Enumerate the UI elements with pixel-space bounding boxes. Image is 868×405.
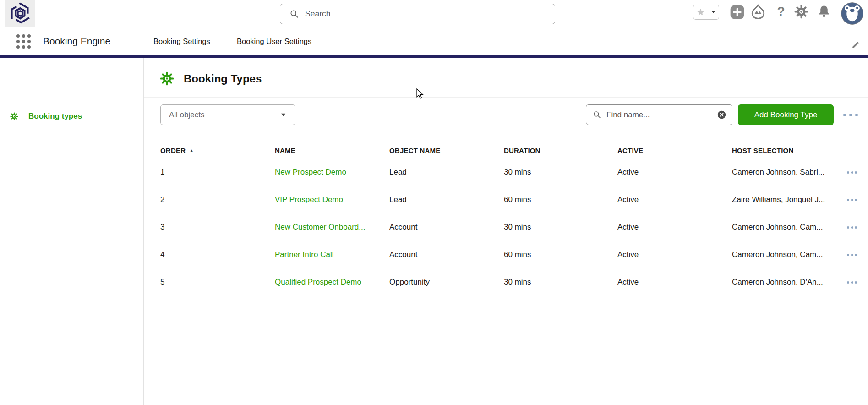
question-mark-icon: ?: [777, 4, 785, 19]
cell-host-selection: Cameron Johnson, Cam...: [732, 250, 838, 259]
booking-type-link[interactable]: New Customer Onboard...: [275, 223, 365, 231]
cell-duration: 30 mins: [504, 223, 617, 232]
find-name-search[interactable]: [586, 104, 732, 125]
dot: [847, 226, 849, 229]
app-navigation-bar: Booking Engine Booking Settings Booking …: [0, 27, 868, 58]
dot: [855, 281, 857, 284]
dot: [855, 114, 858, 116]
table-row: 1 New Prospect Demo Lead 30 mins Active …: [160, 159, 859, 186]
cell-host-selection: Cameron Johnson, Sabri...: [732, 168, 838, 177]
object-filter-value: All objects: [169, 110, 280, 120]
cell-duration: 60 mins: [504, 195, 617, 204]
object-filter-dropdown[interactable]: All objects: [160, 104, 295, 125]
cell-active: Active: [617, 278, 732, 287]
table-row: 4 Partner Intro Call Account 60 mins Act…: [160, 241, 859, 268]
dot: [847, 254, 849, 256]
column-header-host-selection[interactable]: HOST SELECTION: [732, 147, 838, 154]
search-icon: [593, 110, 601, 119]
row-actions-menu-button[interactable]: [838, 199, 859, 201]
cell-object-name: Account: [389, 250, 504, 259]
cell-name: Partner Intro Call: [275, 250, 389, 259]
tab-booking-user-settings[interactable]: Booking User Settings: [237, 27, 311, 55]
cell-host-selection: Cameron Johnson, D'An...: [732, 278, 838, 287]
gear-icon: [794, 5, 808, 19]
add-booking-type-button[interactable]: Add Booking Type: [738, 104, 834, 125]
dot: [851, 254, 853, 256]
booking-type-link[interactable]: VIP Prospect Demo: [275, 195, 343, 204]
cell-order: 4: [160, 250, 275, 259]
row-actions-menu-button[interactable]: [838, 226, 859, 229]
dot: [855, 171, 857, 174]
dot: [851, 281, 853, 284]
table-row: 2 VIP Prospect Demo Lead 60 mins Active …: [160, 186, 859, 213]
trailhead-button[interactable]: [750, 4, 766, 20]
trailhead-icon: [750, 4, 766, 20]
dot: [855, 226, 857, 229]
cell-active: Active: [617, 250, 732, 259]
tab-booking-settings[interactable]: Booking Settings: [153, 27, 210, 55]
app-launcher-button[interactable]: [16, 34, 32, 49]
help-button[interactable]: ?: [775, 4, 787, 19]
row-actions-menu-button[interactable]: [838, 171, 859, 174]
cell-name: VIP Prospect Demo: [275, 195, 389, 204]
notifications-button[interactable]: [817, 5, 831, 18]
table-row: 5 Qualified Prospect Demo Opportunity 30…: [160, 268, 859, 296]
sidebar: Booking types: [0, 58, 144, 405]
setup-button[interactable]: [794, 5, 808, 19]
user-avatar[interactable]: [841, 2, 863, 25]
cell-object-name: Lead: [389, 195, 504, 204]
clear-search-icon[interactable]: [717, 110, 726, 120]
sidebar-item-booking-types[interactable]: Booking types: [0, 109, 143, 124]
booking-type-link[interactable]: New Prospect Demo: [275, 168, 346, 176]
dot: [847, 281, 849, 284]
cell-active: Active: [617, 168, 732, 177]
header-divider: [144, 97, 868, 98]
column-header-object-name[interactable]: OBJECT NAME: [389, 147, 504, 154]
booking-type-link[interactable]: Qualified Prospect Demo: [275, 278, 361, 286]
row-actions-menu-button[interactable]: [838, 281, 859, 284]
bear-avatar-icon: [841, 2, 863, 25]
app-name: Booking Engine: [43, 27, 110, 55]
list-overflow-menu-button[interactable]: [843, 114, 858, 116]
global-search[interactable]: [280, 4, 555, 24]
booking-type-link[interactable]: Partner Intro Call: [275, 250, 334, 259]
favorites-control: [693, 5, 719, 20]
table-header-row: ORDER ▲ NAME OBJECT NAME DURATION ACTIVE…: [160, 142, 859, 159]
column-header-name[interactable]: NAME: [275, 147, 389, 154]
star-icon: [696, 8, 705, 16]
find-name-input[interactable]: [606, 110, 717, 120]
cell-duration: 30 mins: [504, 278, 617, 287]
cell-active: Active: [617, 223, 732, 232]
booking-types-gear-icon: [160, 71, 174, 86]
column-header-active[interactable]: ACTIVE: [617, 147, 732, 154]
favorite-star-button[interactable]: [693, 5, 708, 19]
sidebar-item-label: Booking types: [28, 112, 82, 121]
cell-order: 5: [160, 278, 275, 287]
dot: [851, 199, 853, 201]
plus-icon: [730, 5, 744, 19]
cell-host-selection: Zaire Williams, Jonquel J...: [732, 195, 838, 204]
cell-name: Qualified Prospect Demo: [275, 278, 389, 287]
booking-types-table: ORDER ▲ NAME OBJECT NAME DURATION ACTIVE…: [160, 142, 859, 296]
favorites-dropdown-button[interactable]: [708, 5, 719, 19]
main-content: Booking Types All objects Add Booking Ty…: [144, 58, 868, 405]
dot: [855, 199, 857, 201]
edit-navigation-pencil-icon[interactable]: [852, 41, 860, 49]
dot: [847, 199, 849, 201]
quick-add-button[interactable]: [730, 5, 744, 19]
gear-icon: [10, 112, 18, 120]
cell-host-selection: Cameron Johnson, Cam...: [732, 223, 838, 232]
hexagon-logo-icon: [8, 1, 32, 25]
dot: [849, 114, 852, 116]
column-header-duration[interactable]: DURATION: [504, 147, 617, 154]
dot: [851, 226, 853, 229]
table-body: 1 New Prospect Demo Lead 30 mins Active …: [160, 159, 859, 296]
dot: [851, 171, 853, 174]
cell-object-name: Opportunity: [389, 278, 504, 287]
cell-name: New Customer Onboard...: [275, 223, 389, 232]
cell-order: 2: [160, 195, 275, 204]
cell-duration: 30 mins: [504, 168, 617, 177]
column-header-order[interactable]: ORDER ▲: [160, 147, 275, 154]
global-search-input[interactable]: [305, 9, 548, 19]
row-actions-menu-button[interactable]: [838, 254, 859, 256]
